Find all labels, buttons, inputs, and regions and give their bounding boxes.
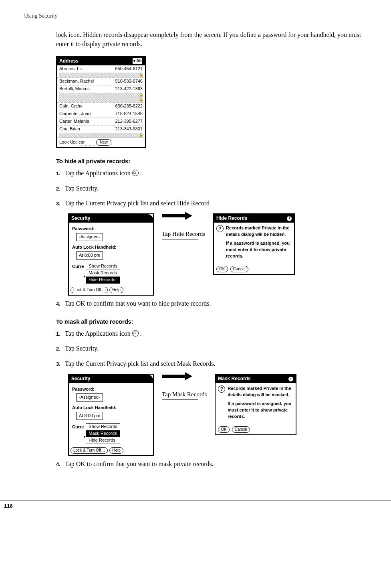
- lock-off-button[interactable]: Lock & Turn Off…: [71, 447, 108, 454]
- picklist-item[interactable]: Show Records: [86, 263, 120, 270]
- arrow-right-icon: [162, 374, 194, 379]
- arrow-right-icon: [162, 213, 194, 218]
- security-screenshot: Security Password: -Assigned- Auto Lock …: [68, 374, 154, 456]
- picklist-item[interactable]: Show Records: [86, 424, 120, 430]
- help-button[interactable]: Help: [109, 287, 123, 294]
- step-text: Tap the Current Privacy pick list and se…: [65, 200, 210, 207]
- list-item[interactable]: Chu, Brian213-343-9801: [57, 125, 145, 133]
- autolock-value[interactable]: At 8:00 pm: [76, 251, 103, 260]
- intro-paragraph: lock icon. Hidden records disappear comp…: [56, 30, 367, 49]
- list-item[interactable]: Beckman, Rachel510-532-0746: [57, 77, 145, 85]
- dialog-text-1: Records marked Private in the details di…: [226, 225, 292, 238]
- info-icon[interactable]: i: [287, 216, 292, 221]
- page-number: 116: [4, 503, 13, 510]
- password-label: Password:: [72, 226, 150, 232]
- masked-row[interactable]: [59, 133, 143, 138]
- dialog-title: Mask Records: [218, 375, 250, 382]
- step-num: 3.: [56, 200, 65, 208]
- info-icon[interactable]: i: [288, 377, 293, 381]
- security-screenshot: Security Password: -Assigned- Auto Lock …: [68, 213, 154, 296]
- lock-off-button[interactable]: Lock & Turn Off…: [71, 287, 108, 294]
- address-screenshot: Address ▾ All Abrams, Liz650-454-6121 Be…: [56, 56, 146, 148]
- address-title: Address: [59, 58, 79, 65]
- lookup-label: Look Up:: [59, 139, 77, 146]
- step-text: Tap Security.: [65, 185, 99, 192]
- security-title: Security: [69, 375, 153, 383]
- step-num: 4.: [56, 300, 65, 308]
- step-num: 3.: [56, 361, 65, 368]
- question-icon: ?: [216, 225, 224, 232]
- dialog-text-2: If a password is assigned, you must ente…: [228, 401, 293, 420]
- step-num: 4.: [56, 461, 65, 468]
- callout-text: Tap Mask Records: [162, 391, 207, 398]
- privacy-picklist[interactable]: Show Records Mask Records Hide Records: [86, 423, 120, 444]
- callout-line: [162, 239, 198, 239]
- picklist-item-selected[interactable]: Mask Records: [86, 430, 120, 437]
- autolock-label: Auto Lock Handheld:: [72, 405, 150, 411]
- mask-heading: To mask all private records:: [56, 317, 367, 326]
- security-title: Security: [69, 214, 153, 223]
- privacy-label: Curre: [72, 264, 84, 270]
- step-text: Tap the Applications icon .: [65, 330, 142, 337]
- applications-icon: [132, 330, 139, 337]
- password-value[interactable]: -Assigned-: [76, 393, 103, 401]
- question-icon: ?: [218, 385, 225, 393]
- autolock-value[interactable]: At 8:00 pm: [76, 412, 103, 420]
- privacy-picklist[interactable]: Show Records Mask Records Hide Records: [86, 263, 120, 284]
- step-text: Tap the Current Privacy pick list and se…: [65, 360, 216, 367]
- step-text: Tap OK to confirm that you want to mask …: [65, 460, 214, 467]
- password-value[interactable]: -Assigned-: [76, 233, 103, 241]
- filter-dropdown[interactable]: ▾ All: [132, 58, 143, 65]
- callout-text: Tap Hide Records: [162, 230, 205, 237]
- cancel-button[interactable]: Cancel: [230, 266, 248, 273]
- lookup-input[interactable]: car: [79, 139, 95, 146]
- list-item[interactable]: Abrams, Liz650-454-6121: [57, 65, 145, 73]
- step-text: Tap OK to confirm that you want to hide …: [65, 300, 211, 307]
- picklist-item[interactable]: Mask Records: [86, 270, 120, 277]
- ok-button[interactable]: OK: [216, 266, 228, 273]
- hide-dialog: Hide Recordsi ? Records marked Private i…: [213, 213, 295, 275]
- step-text: Tap the Applications icon .: [65, 170, 142, 176]
- ok-button[interactable]: OK: [218, 426, 229, 433]
- list-item[interactable]: Cain, Cathy650-235-6222: [57, 102, 145, 110]
- step-num: 2.: [56, 185, 65, 193]
- step-text: Tap Security.: [65, 345, 99, 352]
- picklist-item[interactable]: Hide Records: [86, 437, 120, 444]
- list-item[interactable]: Carter, Melanie212-395-6277: [57, 118, 145, 125]
- picklist-item-selected[interactable]: Hide Records: [86, 277, 120, 283]
- running-header: Using Security: [24, 12, 367, 20]
- dialog-title: Hide Records: [216, 215, 247, 222]
- masked-row[interactable]: [59, 93, 143, 97]
- hide-heading: To hide all private records:: [56, 157, 367, 166]
- password-label: Password:: [72, 386, 150, 393]
- autolock-label: Auto Lock Handheld:: [72, 244, 150, 251]
- privacy-label: Curre: [72, 424, 84, 430]
- dialog-text-1: Records marked Private in the details di…: [228, 385, 293, 398]
- mask-dialog: Mask Recordsi ? Records marked Private i…: [215, 374, 296, 436]
- list-item[interactable]: Carpenter, Joan718-824-1548: [57, 110, 145, 118]
- dialog-text-2: If a password is assigned, you must ente…: [226, 240, 292, 260]
- step-num: 2.: [56, 345, 65, 353]
- new-button[interactable]: New: [96, 139, 111, 146]
- list-item[interactable]: Bertolli, Marcus213-422-1363: [57, 85, 145, 93]
- masked-row[interactable]: [59, 73, 143, 77]
- step-num: 1.: [56, 330, 65, 338]
- masked-row[interactable]: [59, 97, 143, 102]
- callout: Tap Hide Records: [162, 213, 205, 239]
- callout: Tap Mask Records: [162, 374, 207, 400]
- step-num: 1.: [56, 170, 65, 178]
- callout-line: [162, 399, 198, 400]
- help-button[interactable]: Help: [109, 447, 123, 454]
- cancel-button[interactable]: Cancel: [232, 426, 250, 433]
- page-footer: 116: [24, 501, 367, 513]
- applications-icon: [132, 170, 139, 176]
